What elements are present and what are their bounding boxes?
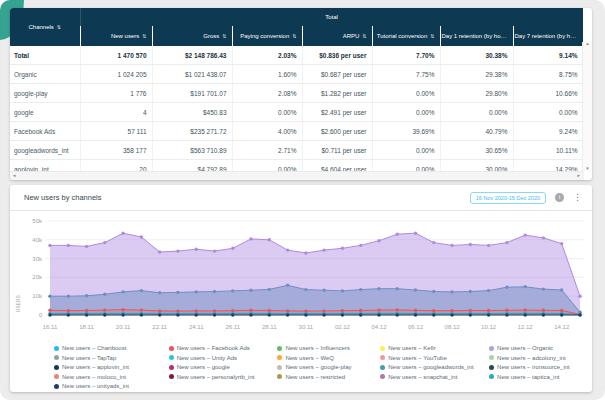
data-point[interactable] (505, 313, 508, 316)
data-point[interactable] (268, 309, 271, 312)
horizontal-scrollbar[interactable]: ◄ ► (10, 171, 583, 180)
data-point[interactable] (505, 241, 508, 244)
scroll-right-icon[interactable]: ► (577, 174, 581, 179)
data-point[interactable] (578, 295, 581, 298)
data-point[interactable] (469, 243, 472, 246)
legend-item[interactable]: New users – YouTube (380, 355, 485, 361)
data-point[interactable] (487, 309, 490, 312)
data-point[interactable] (195, 248, 198, 251)
data-point[interactable] (432, 241, 435, 244)
date-range-button[interactable]: 16 Nov 2020-15 Dec 2020 (470, 192, 546, 204)
legend-item[interactable]: New users – snapchat_int (380, 374, 485, 380)
data-point[interactable] (505, 309, 508, 312)
data-point[interactable] (103, 241, 106, 244)
data-point[interactable] (103, 313, 106, 316)
legend-item[interactable]: New users – restricted (277, 374, 376, 380)
data-point[interactable] (432, 313, 435, 316)
data-point[interactable] (121, 313, 124, 316)
data-point[interactable] (176, 313, 179, 316)
column-header-3[interactable]: ARPU⇅ (302, 26, 372, 46)
data-point[interactable] (359, 244, 362, 247)
data-point[interactable] (249, 237, 252, 240)
info-icon[interactable]: i (555, 193, 564, 202)
data-point[interactable] (560, 242, 563, 245)
data-point[interactable] (560, 313, 563, 316)
column-header-4[interactable]: Tutorial conversion⇅ (372, 26, 440, 46)
data-point[interactable] (377, 308, 380, 311)
data-point[interactable] (341, 247, 344, 250)
data-point[interactable] (359, 313, 362, 316)
data-point[interactable] (176, 249, 179, 252)
legend-item[interactable]: New users – google (169, 364, 274, 370)
data-point[interactable] (268, 238, 271, 241)
data-point[interactable] (542, 313, 545, 316)
legend-item[interactable]: New users – taptica_int (489, 374, 578, 380)
chart-plot-area[interactable]: USERS 010k20k30k40k50k16.1118.1120.1122.… (24, 215, 586, 337)
data-point[interactable] (304, 313, 307, 316)
legend-item[interactable]: New users – Kefir (380, 345, 485, 351)
data-point[interactable] (103, 308, 106, 311)
data-point[interactable] (542, 236, 545, 239)
scroll-up-icon[interactable]: ▲ (585, 42, 589, 47)
data-point[interactable] (377, 313, 380, 316)
data-point[interactable] (542, 309, 545, 312)
data-point[interactable] (48, 244, 51, 247)
legend-item[interactable]: New users – Chartboost (54, 345, 165, 351)
data-point[interactable] (48, 309, 51, 312)
data-point[interactable] (48, 313, 51, 316)
new-users-chart[interactable]: 010k20k30k40k50k16.1118.1120.1122.1124.1… (24, 215, 586, 337)
data-point[interactable] (396, 308, 399, 311)
data-point[interactable] (85, 313, 88, 316)
legend-item[interactable]: New users – Unity Ads (169, 355, 274, 361)
column-header-5[interactable]: Day 1 retention (by hou...⇅ (440, 26, 513, 46)
data-point[interactable] (195, 313, 198, 316)
data-point[interactable] (450, 309, 453, 312)
data-point[interactable] (469, 309, 472, 312)
data-point[interactable] (524, 233, 527, 236)
data-point[interactable] (67, 313, 70, 316)
data-point[interactable] (487, 244, 490, 247)
legend-item[interactable]: New users – applovin_int (54, 364, 165, 370)
data-point[interactable] (158, 250, 161, 253)
data-point[interactable] (249, 309, 252, 312)
data-point[interactable] (268, 313, 271, 316)
data-point[interactable] (414, 309, 417, 312)
data-point[interactable] (469, 313, 472, 316)
data-point[interactable] (377, 239, 380, 242)
vertical-scrollbar[interactable]: ▲ ▼ (582, 42, 592, 171)
data-point[interactable] (140, 235, 143, 238)
data-point[interactable] (85, 309, 88, 312)
column-header-6[interactable]: Day 7 retention (by hou...⇅ (513, 26, 583, 46)
data-point[interactable] (524, 308, 527, 311)
data-point[interactable] (304, 251, 307, 254)
scroll-left-icon[interactable]: ◄ (12, 174, 16, 179)
data-point[interactable] (414, 232, 417, 235)
legend-item[interactable]: New users – WeQ (277, 355, 376, 361)
data-point[interactable] (85, 245, 88, 248)
legend-item[interactable]: New users – TapTap (54, 355, 165, 361)
data-point[interactable] (322, 313, 325, 316)
data-point[interactable] (396, 233, 399, 236)
data-point[interactable] (487, 313, 490, 316)
data-point[interactable] (213, 249, 216, 252)
data-point[interactable] (67, 244, 70, 247)
legend-item[interactable]: New users – googleadwords_int (380, 364, 485, 370)
data-point[interactable] (322, 248, 325, 251)
data-point[interactable] (231, 247, 234, 250)
legend-item[interactable]: New users – Facebook Ads (169, 345, 274, 351)
data-point[interactable] (140, 313, 143, 316)
legend-item[interactable]: New users – moloco_int (54, 374, 165, 380)
data-point[interactable] (140, 308, 143, 311)
data-point[interactable] (396, 313, 399, 316)
scroll-down-icon[interactable]: ▼ (585, 167, 589, 172)
data-point[interactable] (249, 313, 252, 316)
legend-item[interactable]: New users – personalyrtb_int (169, 374, 274, 380)
legend-item[interactable]: New users – Organic (489, 345, 578, 351)
data-point[interactable] (560, 309, 563, 312)
kebab-menu-icon[interactable]: ⋮ (573, 193, 582, 202)
data-point[interactable] (286, 248, 289, 251)
legend-item[interactable]: New users – unityads_int (54, 383, 165, 389)
data-point[interactable] (286, 313, 289, 316)
data-point[interactable] (121, 308, 124, 311)
data-point[interactable] (121, 232, 124, 235)
